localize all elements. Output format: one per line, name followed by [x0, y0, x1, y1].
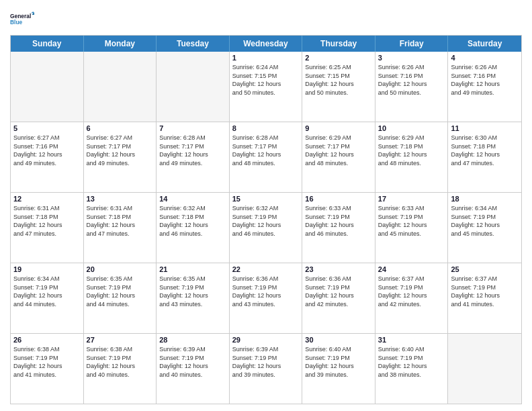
day-cell-22: 22Sunrise: 6:36 AMSunset: 7:19 PMDayligh…	[230, 263, 303, 333]
day-cell-19: 19Sunrise: 6:34 AMSunset: 7:19 PMDayligh…	[11, 263, 84, 333]
day-cell-15: 15Sunrise: 6:32 AMSunset: 7:19 PMDayligh…	[230, 193, 303, 263]
day-number: 29	[232, 336, 300, 344]
day-number: 10	[378, 124, 445, 132]
day-info: Sunrise: 6:25 AMSunset: 7:15 PMDaylight:…	[305, 63, 372, 97]
day-number: 11	[451, 124, 519, 132]
calendar: SundayMondayTuesdayWednesdayThursdayFrid…	[10, 35, 522, 404]
logo-svg: General Blue	[10, 7, 34, 31]
day-cell-17: 17Sunrise: 6:33 AMSunset: 7:19 PMDayligh…	[375, 193, 449, 263]
day-cell-9: 9Sunrise: 6:29 AMSunset: 7:17 PMDaylight…	[302, 122, 375, 192]
day-header-thursday: Thursday	[302, 36, 375, 52]
day-info: Sunrise: 6:39 AMSunset: 7:19 PMDaylight:…	[232, 345, 300, 379]
calendar-row-4: 26Sunrise: 6:38 AMSunset: 7:19 PMDayligh…	[11, 334, 521, 404]
day-header-wednesday: Wednesday	[230, 36, 303, 52]
day-number: 14	[159, 195, 226, 203]
day-number: 23	[305, 265, 372, 273]
day-cell-10: 10Sunrise: 6:29 AMSunset: 7:18 PMDayligh…	[375, 122, 449, 192]
day-cell-29: 29Sunrise: 6:39 AMSunset: 7:19 PMDayligh…	[230, 334, 303, 404]
day-number: 16	[305, 195, 372, 203]
day-info: Sunrise: 6:34 AMSunset: 7:19 PMDaylight:…	[451, 204, 519, 238]
day-info: Sunrise: 6:34 AMSunset: 7:19 PMDaylight:…	[13, 275, 81, 308]
header: General Blue	[10, 7, 522, 31]
day-info: Sunrise: 6:27 AMSunset: 7:17 PMDaylight:…	[87, 134, 154, 167]
day-header-friday: Friday	[375, 36, 449, 52]
day-number: 27	[87, 336, 154, 344]
day-number: 21	[159, 265, 226, 273]
calendar-header: SundayMondayTuesdayWednesdayThursdayFrid…	[11, 36, 521, 52]
day-cell-21: 21Sunrise: 6:35 AMSunset: 7:19 PMDayligh…	[157, 263, 230, 333]
day-number: 17	[378, 195, 445, 203]
day-number: 28	[159, 336, 226, 344]
day-number: 31	[378, 336, 445, 344]
day-number: 1	[232, 54, 300, 62]
day-info: Sunrise: 6:24 AMSunset: 7:15 PMDaylight:…	[232, 63, 300, 97]
empty-cell	[157, 52, 230, 122]
day-info: Sunrise: 6:30 AMSunset: 7:18 PMDaylight:…	[451, 134, 519, 167]
day-cell-26: 26Sunrise: 6:38 AMSunset: 7:19 PMDayligh…	[11, 334, 84, 404]
day-number: 18	[451, 195, 519, 203]
day-cell-4: 4Sunrise: 6:26 AMSunset: 7:16 PMDaylight…	[448, 52, 521, 122]
day-number: 13	[87, 195, 154, 203]
day-cell-3: 3Sunrise: 6:26 AMSunset: 7:16 PMDaylight…	[375, 52, 449, 122]
day-info: Sunrise: 6:31 AMSunset: 7:18 PMDaylight:…	[87, 204, 154, 238]
day-number: 6	[87, 124, 154, 132]
day-info: Sunrise: 6:39 AMSunset: 7:19 PMDaylight:…	[159, 345, 226, 379]
day-cell-31: 31Sunrise: 6:40 AMSunset: 7:19 PMDayligh…	[375, 334, 449, 404]
day-cell-18: 18Sunrise: 6:34 AMSunset: 7:19 PMDayligh…	[448, 193, 521, 263]
day-number: 12	[13, 195, 81, 203]
day-info: Sunrise: 6:32 AMSunset: 7:18 PMDaylight:…	[159, 204, 226, 238]
day-header-monday: Monday	[84, 36, 157, 52]
day-info: Sunrise: 6:40 AMSunset: 7:19 PMDaylight:…	[305, 345, 372, 379]
day-cell-11: 11Sunrise: 6:30 AMSunset: 7:18 PMDayligh…	[448, 122, 521, 192]
day-cell-8: 8Sunrise: 6:28 AMSunset: 7:17 PMDaylight…	[230, 122, 303, 192]
empty-cell	[448, 334, 521, 404]
day-header-sunday: Sunday	[11, 36, 84, 52]
day-info: Sunrise: 6:31 AMSunset: 7:18 PMDaylight:…	[13, 204, 81, 238]
day-info: Sunrise: 6:29 AMSunset: 7:18 PMDaylight:…	[378, 134, 445, 167]
calendar-row-3: 19Sunrise: 6:34 AMSunset: 7:19 PMDayligh…	[11, 263, 521, 334]
day-number: 9	[305, 124, 372, 132]
day-info: Sunrise: 6:37 AMSunset: 7:19 PMDaylight:…	[451, 275, 519, 308]
day-cell-5: 5Sunrise: 6:27 AMSunset: 7:16 PMDaylight…	[11, 122, 84, 192]
day-cell-14: 14Sunrise: 6:32 AMSunset: 7:18 PMDayligh…	[157, 193, 230, 263]
day-number: 2	[305, 54, 372, 62]
day-info: Sunrise: 6:26 AMSunset: 7:16 PMDaylight:…	[378, 63, 445, 97]
day-info: Sunrise: 6:26 AMSunset: 7:16 PMDaylight:…	[451, 63, 519, 97]
day-info: Sunrise: 6:37 AMSunset: 7:19 PMDaylight:…	[378, 275, 445, 308]
day-cell-30: 30Sunrise: 6:40 AMSunset: 7:19 PMDayligh…	[302, 334, 375, 404]
day-number: 4	[451, 54, 519, 62]
day-cell-23: 23Sunrise: 6:36 AMSunset: 7:19 PMDayligh…	[302, 263, 375, 333]
day-info: Sunrise: 6:38 AMSunset: 7:19 PMDaylight:…	[13, 345, 81, 379]
day-info: Sunrise: 6:33 AMSunset: 7:19 PMDaylight:…	[378, 204, 445, 238]
day-number: 5	[13, 124, 81, 132]
day-number: 3	[378, 54, 445, 62]
day-info: Sunrise: 6:40 AMSunset: 7:19 PMDaylight:…	[378, 345, 445, 379]
day-cell-16: 16Sunrise: 6:33 AMSunset: 7:19 PMDayligh…	[302, 193, 375, 263]
day-info: Sunrise: 6:36 AMSunset: 7:19 PMDaylight:…	[305, 275, 372, 308]
day-number: 8	[232, 124, 300, 132]
day-cell-27: 27Sunrise: 6:38 AMSunset: 7:19 PMDayligh…	[84, 334, 157, 404]
day-number: 20	[87, 265, 154, 273]
calendar-row-2: 12Sunrise: 6:31 AMSunset: 7:18 PMDayligh…	[11, 193, 521, 263]
day-number: 25	[451, 265, 519, 273]
day-cell-13: 13Sunrise: 6:31 AMSunset: 7:18 PMDayligh…	[84, 193, 157, 263]
svg-text:Blue: Blue	[10, 19, 23, 26]
day-number: 26	[13, 336, 81, 344]
day-info: Sunrise: 6:38 AMSunset: 7:19 PMDaylight:…	[87, 345, 154, 379]
day-cell-2: 2Sunrise: 6:25 AMSunset: 7:15 PMDaylight…	[302, 52, 375, 122]
day-cell-25: 25Sunrise: 6:37 AMSunset: 7:19 PMDayligh…	[448, 263, 521, 333]
day-info: Sunrise: 6:33 AMSunset: 7:19 PMDaylight:…	[305, 204, 372, 238]
day-cell-1: 1Sunrise: 6:24 AMSunset: 7:15 PMDaylight…	[230, 52, 303, 122]
day-number: 24	[378, 265, 445, 273]
day-info: Sunrise: 6:32 AMSunset: 7:19 PMDaylight:…	[232, 204, 300, 238]
day-info: Sunrise: 6:28 AMSunset: 7:17 PMDaylight:…	[232, 134, 300, 167]
day-header-tuesday: Tuesday	[157, 36, 230, 52]
day-number: 7	[159, 124, 226, 132]
calendar-row-1: 5Sunrise: 6:27 AMSunset: 7:16 PMDaylight…	[11, 122, 521, 193]
logo: General Blue	[10, 7, 34, 31]
day-number: 19	[13, 265, 81, 273]
calendar-row-0: 1Sunrise: 6:24 AMSunset: 7:15 PMDaylight…	[11, 52, 521, 122]
day-info: Sunrise: 6:36 AMSunset: 7:19 PMDaylight:…	[232, 275, 300, 308]
day-cell-7: 7Sunrise: 6:28 AMSunset: 7:17 PMDaylight…	[157, 122, 230, 192]
day-info: Sunrise: 6:29 AMSunset: 7:17 PMDaylight:…	[305, 134, 372, 167]
